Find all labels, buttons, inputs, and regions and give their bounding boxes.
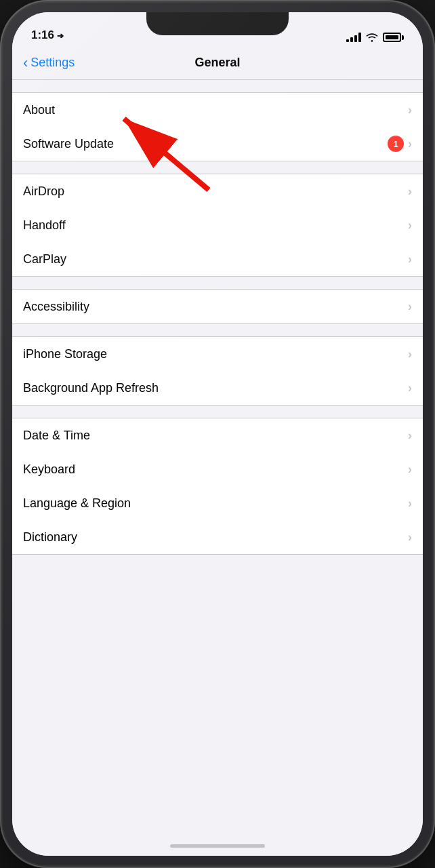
software-update-right: 1 › xyxy=(388,136,412,152)
screen: 1:16 ➔ xyxy=(12,12,423,856)
airdrop-label: AirDrop xyxy=(23,184,408,199)
software-update-chevron-icon: › xyxy=(408,137,412,151)
iphone-storage-chevron-icon: › xyxy=(408,347,412,361)
back-button[interactable]: ‹ Settings xyxy=(23,56,75,71)
row-accessibility[interactable]: Accessibility › xyxy=(12,290,423,323)
section-gap-top xyxy=(12,80,423,92)
row-about[interactable]: About › xyxy=(12,93,423,127)
location-icon: ➔ xyxy=(57,31,64,41)
page-title: General xyxy=(194,56,240,70)
time-display: 1:16 xyxy=(31,28,54,42)
iphone-storage-right: › xyxy=(408,347,412,361)
battery-icon xyxy=(383,33,404,42)
row-software-update[interactable]: Software Update 1 › xyxy=(12,127,423,161)
handoff-right: › xyxy=(408,218,412,233)
background-app-refresh-right: › xyxy=(408,381,412,395)
row-airdrop[interactable]: AirDrop › xyxy=(12,174,423,208)
background-app-refresh-label: Background App Refresh xyxy=(23,381,408,395)
navigation-bar: ‹ Settings General xyxy=(12,46,423,80)
dictionary-chevron-icon: › xyxy=(408,530,412,545)
section-datetime: Date & Time › Keyboard › Language & Regi… xyxy=(12,418,423,555)
row-background-app-refresh[interactable]: Background App Refresh › xyxy=(12,371,423,405)
back-chevron-icon: ‹ xyxy=(23,56,28,71)
language-region-right: › xyxy=(408,496,412,511)
about-right: › xyxy=(408,103,412,117)
language-region-label: Language & Region xyxy=(23,496,408,511)
row-language-region[interactable]: Language & Region › xyxy=(12,486,423,520)
date-time-label: Date & Time xyxy=(23,429,408,443)
about-chevron-icon: › xyxy=(408,103,412,117)
carplay-right: › xyxy=(408,252,412,267)
home-indicator[interactable] xyxy=(170,844,265,848)
handoff-chevron-icon: › xyxy=(408,218,412,233)
content-area: About › Software Update 1 › AirDro xyxy=(12,80,423,856)
phone-frame: 1:16 ➔ xyxy=(0,0,435,868)
dictionary-label: Dictionary xyxy=(23,530,408,545)
section-connectivity: AirDrop › Handoff › CarPlay › xyxy=(12,174,423,277)
status-time: 1:16 ➔ xyxy=(31,28,64,42)
dictionary-right: › xyxy=(408,530,412,545)
section-storage: iPhone Storage › Background App Refresh … xyxy=(12,336,423,406)
row-carplay[interactable]: CarPlay › xyxy=(12,242,423,276)
language-region-chevron-icon: › xyxy=(408,496,412,511)
status-icons xyxy=(346,33,404,42)
signal-icon xyxy=(346,33,361,42)
keyboard-label: Keyboard xyxy=(23,462,408,477)
date-time-chevron-icon: › xyxy=(408,429,412,443)
iphone-storage-label: iPhone Storage xyxy=(23,347,408,361)
background-app-refresh-chevron-icon: › xyxy=(408,381,412,395)
wifi-icon xyxy=(366,33,378,42)
row-iphone-storage[interactable]: iPhone Storage › xyxy=(12,337,423,371)
accessibility-chevron-icon: › xyxy=(408,300,412,314)
carplay-label: CarPlay xyxy=(23,252,408,267)
accessibility-label: Accessibility xyxy=(23,300,408,314)
date-time-right: › xyxy=(408,429,412,443)
section-about-update: About › Software Update 1 › xyxy=(12,92,423,161)
accessibility-right: › xyxy=(408,300,412,314)
keyboard-chevron-icon: › xyxy=(408,462,412,477)
about-label: About xyxy=(23,103,408,117)
airdrop-right: › xyxy=(408,184,412,199)
back-label[interactable]: Settings xyxy=(30,56,75,70)
row-keyboard[interactable]: Keyboard › xyxy=(12,452,423,486)
row-dictionary[interactable]: Dictionary › xyxy=(12,520,423,554)
section-gap-bottom xyxy=(12,555,423,567)
keyboard-right: › xyxy=(408,462,412,477)
section-gap-4 xyxy=(12,406,423,418)
software-update-badge: 1 xyxy=(388,136,404,152)
section-accessibility: Accessibility › xyxy=(12,289,423,324)
row-handoff[interactable]: Handoff › xyxy=(12,208,423,242)
section-gap-2 xyxy=(12,277,423,289)
carplay-chevron-icon: › xyxy=(408,252,412,267)
row-date-time[interactable]: Date & Time › xyxy=(12,418,423,452)
bottom-spacer xyxy=(12,567,423,608)
software-update-label: Software Update xyxy=(23,137,388,151)
section-gap-1 xyxy=(12,161,423,174)
section-gap-3 xyxy=(12,324,423,336)
notch xyxy=(146,12,289,35)
handoff-label: Handoff xyxy=(23,218,408,233)
airdrop-chevron-icon: › xyxy=(408,184,412,199)
